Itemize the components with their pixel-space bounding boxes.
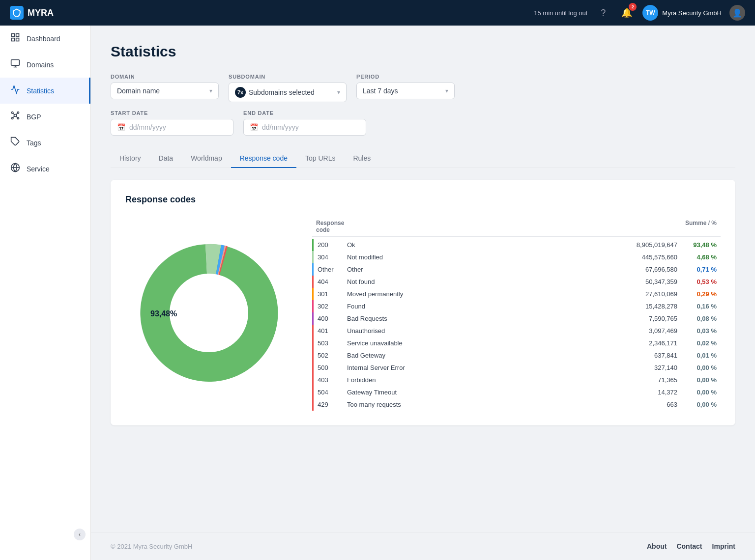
svg-point-9 — [17, 117, 19, 119]
row-code: 503 — [318, 339, 347, 347]
sidebar-label-bgp: BGP — [27, 113, 41, 121]
subdomain-label: SUBDOMAIN — [229, 74, 347, 80]
filters-row-1: DOMAIN Domain name ▾ SUBDOMAIN 7x Subdom… — [111, 74, 735, 102]
row-desc: Not modified — [347, 253, 613, 261]
dashboard-icon — [10, 32, 21, 45]
table-row: 403 Forbidden 71,365 0,00 % — [312, 374, 721, 386]
brand-name: MYRA — [28, 8, 54, 18]
row-desc: Moved permanently — [347, 290, 613, 298]
footer-about[interactable]: About — [647, 542, 667, 550]
footer-imprint[interactable]: Imprint — [712, 542, 735, 550]
avatar: TW — [642, 5, 658, 21]
row-value: 8,905,019,647 — [613, 241, 677, 249]
user-photo-icon[interactable]: 👤 — [729, 5, 745, 21]
period-select[interactable]: Last 7 days ▾ — [356, 83, 455, 99]
tab-data[interactable]: Data — [150, 149, 182, 168]
row-pct: 0,00 % — [677, 364, 717, 371]
row-pct: 0,53 % — [677, 278, 717, 285]
statistics-tabs: History Data Worldmap Response code Top … — [111, 149, 735, 168]
row-pct: 0,00 % — [677, 401, 717, 408]
row-value: 637,841 — [613, 352, 677, 359]
domain-value: Domain name — [117, 87, 160, 95]
table-row: 301 Moved permanently 27,610,069 0,29 % — [312, 288, 721, 300]
end-date-input[interactable]: 📅 dd/mm/yyyy — [243, 119, 366, 136]
footer: © 2021 Myra Security GmbH About Contact … — [91, 532, 755, 560]
row-desc: Other — [347, 266, 613, 273]
calendar-icon-end: 📅 — [250, 123, 258, 131]
response-codes-card: Response codes — [111, 180, 735, 425]
sidebar-label-statistics: Statistics — [27, 87, 54, 95]
svg-point-18 — [170, 274, 248, 352]
subdomain-filter-group: SUBDOMAIN 7x Subdomains selected ▾ — [229, 74, 347, 102]
response-table: Response code Summe / % 200 Ok 8,905,019… — [312, 217, 721, 411]
sidebar-item-bgp[interactable]: BGP — [0, 104, 90, 130]
sidebar-item-tags[interactable]: Tags — [0, 130, 90, 156]
row-pct: 0,16 % — [677, 303, 717, 310]
row-value: 327,140 — [613, 364, 677, 371]
table-row: 304 Not modified 445,575,660 4,68 % — [312, 251, 721, 263]
tab-rules[interactable]: Rules — [344, 149, 379, 168]
col-pct: Summe / % — [677, 220, 717, 233]
pie-center-label: 93,48% — [150, 309, 177, 318]
row-code: 400 — [318, 315, 347, 322]
row-code: 404 — [318, 278, 347, 285]
row-code: 403 — [318, 376, 347, 384]
user-area[interactable]: TW Myra Security GmbH — [642, 5, 722, 21]
row-pct: 0,71 % — [677, 266, 717, 273]
svg-line-13 — [16, 116, 18, 118]
sidebar-item-dashboard[interactable]: Dashboard — [0, 26, 90, 52]
start-date-input[interactable]: 📅 dd/mm/yyyy — [111, 119, 233, 136]
row-pct: 0,01 % — [677, 352, 717, 359]
shield-icon — [10, 6, 24, 20]
row-value: 445,575,660 — [613, 253, 677, 261]
svg-rect-0 — [12, 34, 15, 37]
row-desc: Found — [347, 303, 613, 310]
tags-icon — [10, 137, 21, 149]
row-value: 14,372 — [613, 389, 677, 396]
row-desc: Bad Requests — [347, 315, 613, 322]
row-code: 304 — [318, 253, 347, 261]
sidebar-item-statistics[interactable]: Statistics — [0, 78, 90, 104]
svg-rect-4 — [11, 60, 20, 66]
row-desc: Bad Geteway — [347, 352, 613, 359]
period-filter-group: PERIOD Last 7 days ▾ — [356, 74, 455, 102]
sidebar-item-domains[interactable]: Domains — [0, 52, 90, 78]
tab-worldmap[interactable]: Worldmap — [182, 149, 231, 168]
notifications-button[interactable]: 🔔 2 — [619, 5, 635, 21]
svg-point-7 — [17, 112, 19, 113]
table-rows-container: 200 Ok 8,905,019,647 93,48 % 304 Not mod… — [312, 239, 721, 411]
row-value: 50,347,359 — [613, 278, 677, 285]
sidebar: Dashboard Domains Statistics BGP Tags Se… — [0, 26, 91, 560]
row-code: 500 — [318, 364, 347, 371]
subdomain-select[interactable]: 7x Subdomains selected ▾ — [229, 83, 347, 102]
help-icon[interactable]: ? — [595, 5, 611, 21]
period-label: PERIOD — [356, 74, 455, 80]
svg-line-11 — [16, 113, 18, 115]
row-pct: 0,29 % — [677, 290, 717, 298]
tab-top-urls[interactable]: Top URLs — [296, 149, 344, 168]
tab-response-code[interactable]: Response code — [231, 149, 296, 168]
subdomain-badge: 7x — [235, 87, 246, 98]
table-row: 400 Bad Requests 7,590,765 0,08 % — [312, 312, 721, 325]
row-desc: Unauthorised — [347, 327, 613, 335]
chevron-down-icon-3: ▾ — [445, 87, 448, 94]
statistics-icon — [10, 84, 21, 97]
card-title: Response codes — [125, 195, 721, 205]
bgp-icon — [10, 111, 21, 123]
row-code: 302 — [318, 303, 347, 310]
row-value: 3,097,469 — [613, 327, 677, 335]
sidebar-collapse-button[interactable]: ‹ — [74, 529, 86, 540]
domain-select[interactable]: Domain name ▾ — [111, 83, 219, 99]
sidebar-item-service[interactable]: Service — [0, 156, 90, 182]
col-desc — [346, 220, 613, 233]
tab-history[interactable]: History — [111, 149, 150, 168]
domain-filter-group: DOMAIN Domain name ▾ — [111, 74, 219, 102]
row-code: 429 — [318, 401, 347, 408]
row-pct: 0,00 % — [677, 389, 717, 396]
chevron-down-icon-2: ▾ — [337, 89, 340, 96]
brand-logo[interactable]: MYRA — [10, 6, 54, 20]
row-pct: 0,00 % — [677, 376, 717, 384]
footer-contact[interactable]: Contact — [676, 542, 702, 550]
table-row: 502 Bad Geteway 637,841 0,01 % — [312, 349, 721, 362]
start-date-placeholder: dd/mm/yyyy — [129, 123, 166, 131]
